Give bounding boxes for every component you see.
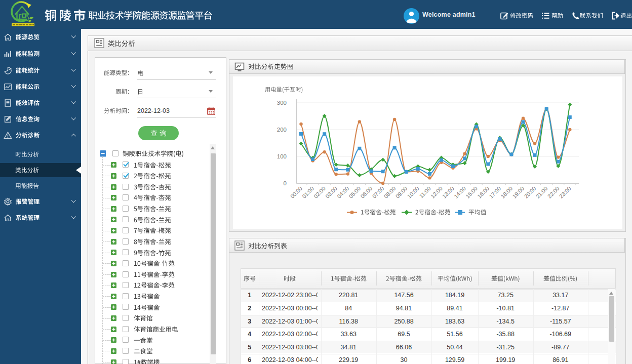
svg-text:14:00: 14:00 bbox=[453, 185, 467, 199]
svg-text:03:00: 03:00 bbox=[324, 185, 338, 199]
svg-text:07:00: 07:00 bbox=[371, 185, 385, 199]
svg-text:18:00: 18:00 bbox=[499, 185, 514, 199]
svg-text:11:00: 11:00 bbox=[418, 185, 431, 199]
svg-text:04:00: 04:00 bbox=[336, 185, 350, 199]
svg-text:23:00: 23:00 bbox=[558, 185, 572, 199]
svg-text:22:00: 22:00 bbox=[546, 185, 561, 199]
svg-text:21:00: 21:00 bbox=[535, 185, 549, 199]
svg-text:100: 100 bbox=[277, 153, 287, 159]
svg-text:02:00: 02:00 bbox=[312, 185, 327, 199]
svg-text:200: 200 bbox=[277, 127, 287, 133]
svg-text:01:00: 01:00 bbox=[301, 185, 315, 199]
svg-text:06:00: 06:00 bbox=[359, 185, 373, 199]
svg-text:00:00: 00:00 bbox=[289, 185, 303, 199]
svg-text:15:00: 15:00 bbox=[464, 185, 479, 199]
svg-text:19:00: 19:00 bbox=[511, 185, 525, 199]
svg-text:10:00: 10:00 bbox=[406, 185, 420, 199]
svg-text:12:00: 12:00 bbox=[429, 185, 444, 199]
svg-text:17:00: 17:00 bbox=[488, 185, 502, 199]
svg-text:09:00: 09:00 bbox=[394, 185, 409, 199]
svg-text:0: 0 bbox=[284, 180, 287, 186]
svg-text:08:00: 08:00 bbox=[383, 185, 397, 199]
svg-text:20:00: 20:00 bbox=[523, 185, 537, 199]
svg-text:16:00: 16:00 bbox=[476, 185, 490, 199]
svg-text:300: 300 bbox=[277, 100, 287, 106]
svg-text:05:00: 05:00 bbox=[347, 185, 362, 199]
svg-text:13:00: 13:00 bbox=[441, 185, 455, 199]
